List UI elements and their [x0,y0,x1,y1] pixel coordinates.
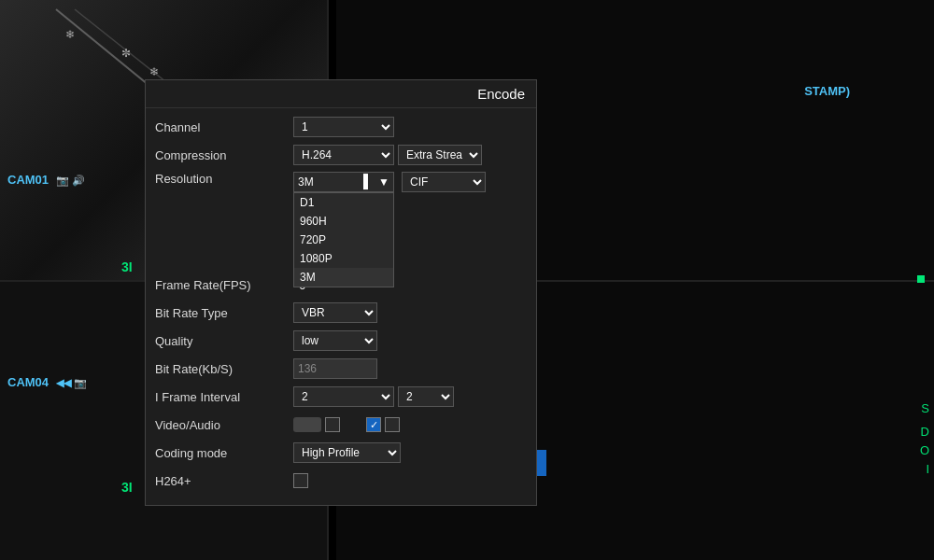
cam4-label: CAM04 ◀◀ 📷 [7,375,87,389]
video-toggle[interactable] [293,417,321,432]
compression-row: Compression H.264 Extra Stream [155,144,527,166]
compression-label: Compression [155,148,293,162]
coding-mode-label: Coding mode [155,446,293,460]
resolution-dropdown-options: D1 960H 720P 1080P 3M [293,192,394,287]
right-number-d: D [921,425,929,439]
bitrate-type-controls: VBR CBR [293,302,527,323]
channel-select[interactable]: 1 [293,117,394,137]
top-right-label: STAMP) [804,84,850,98]
extra-stream-select[interactable]: Extra Stream [398,145,482,165]
h264plus-controls [293,473,527,488]
iframe-row: I Frame Interval 2 2 [155,385,527,408]
resolution-option-720p[interactable]: 720P [294,231,393,249]
bitrate-input[interactable] [293,358,377,379]
resolution-label: Resolution [155,172,293,186]
resolution-controls: 3M ▼ D1 960H 720P 1080P 3M ▌ CIF [293,172,527,192]
bitrate-row: Bit Rate(Kb/S) [155,357,527,380]
coding-mode-select[interactable]: High Profile Baseline Main Profile [293,442,401,463]
cam1-label: CAM01 📷 🔊 [7,173,85,187]
green-indicator-top: 3I [121,259,133,274]
iframe-label: I Frame Interval [155,390,293,404]
bitrate-type-row: Bit Rate Type VBR CBR [155,301,527,324]
bitrate-controls [293,358,527,379]
videoaudio-controls [293,417,527,432]
quality-row: Quality low medium high [155,329,527,352]
iframe-extra-select[interactable]: 2 [398,386,454,407]
right-number-o: O [920,443,929,457]
green-dot [917,275,925,283]
audio-checkbox-checked[interactable] [366,417,381,432]
h264plus-checkbox[interactable] [293,473,308,488]
channel-row: Channel 1 [155,116,527,138]
h264plus-row: H264+ [155,469,527,492]
framerate-label: Frame Rate(FPS) [155,278,293,292]
snowflake-3: ❄ [149,65,159,78]
resolution-option-960h[interactable]: 960H [294,212,393,231]
bitrate-type-label: Bit Rate Type [155,306,293,320]
channel-controls: 1 [293,117,527,137]
videoaudio-label: Video/Audio [155,418,293,432]
coding-mode-controls: High Profile Baseline Main Profile [293,442,527,463]
resolution-dropdown-container: 3M ▼ D1 960H 720P 1080P 3M [293,172,394,192]
resolution-row: Resolution 3M ▼ D1 960H 720P 1080P 3M [155,172,527,194]
resolution-select-trigger[interactable]: 3M ▼ [293,172,394,192]
coding-mode-row: Coding mode High Profile Baseline Main P… [155,441,527,464]
encode-dialog: Encode Channel 1 Compression H.264 Extra… [145,79,537,506]
resolution-option-3m[interactable]: 3M [294,268,393,287]
right-number-s: S [921,401,929,415]
iframe-controls: 2 2 [293,386,527,407]
compression-select[interactable]: H.264 [293,145,394,165]
right-number-i: I [926,462,929,476]
quality-select[interactable]: low medium high [293,330,377,351]
bitrate-type-select[interactable]: VBR CBR [293,302,377,323]
quality-controls: low medium high [293,330,527,351]
iframe-select[interactable]: 2 [293,386,394,407]
resolution-option-1080p[interactable]: 1080P [294,249,393,268]
resolution-option-d1[interactable]: D1 [294,193,393,212]
channel-label: Channel [155,120,293,134]
videoaudio-row: Video/Audio [155,413,527,436]
snowflake-1: ❄ [65,28,75,41]
green-indicator-bottom: 3I [121,480,133,495]
snowflake-2: ✼ [121,47,131,60]
audio-checkbox-2[interactable] [385,417,400,432]
video-checkbox[interactable] [325,417,340,432]
bitrate-label: Bit Rate(Kb/S) [155,362,293,376]
quality-label: Quality [155,334,293,348]
h264plus-label: H264+ [155,474,293,488]
dialog-body: Channel 1 Compression H.264 Extra Stream… [146,108,536,505]
dialog-title: Encode [146,80,536,108]
resolution-extra-select[interactable]: CIF [402,172,486,192]
compression-controls: H.264 Extra Stream [293,145,527,165]
